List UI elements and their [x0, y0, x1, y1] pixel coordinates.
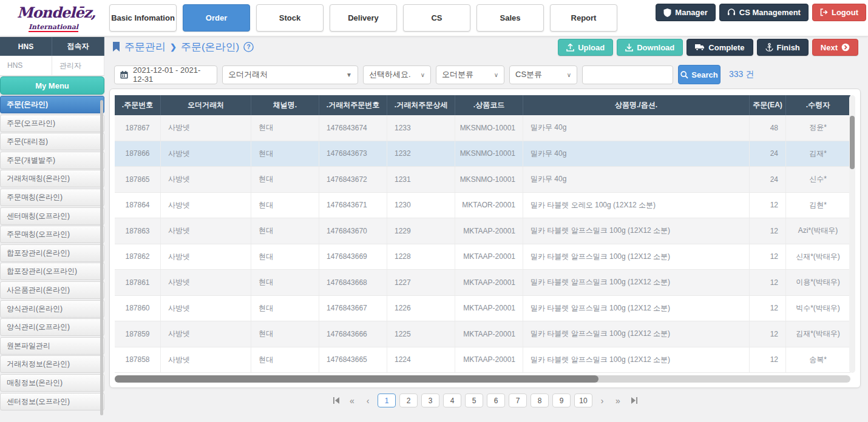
sidebar-item-16[interactable]: 센터정보(오프라인) [0, 393, 104, 410]
headset-icon [727, 8, 736, 16]
finish-button[interactable]: Finish [757, 39, 809, 56]
channel-select[interactable]: 선택하세요. ∨ [363, 65, 431, 84]
tab-sales[interactable]: Sales [476, 4, 544, 32]
column-header-7[interactable]: 주문(EA) [750, 95, 786, 115]
column-header-2[interactable]: 채널명. [251, 95, 319, 115]
column-header-6[interactable]: 상품명./옵션. [523, 95, 750, 115]
manager-button[interactable]: Manager [656, 4, 715, 21]
sidebar-item-14[interactable]: 거래처정보(온라인) [0, 355, 104, 373]
column-header-4[interactable]: .거래처주문상세 [387, 95, 455, 115]
date-range-input[interactable]: 2021-12-01 - 2021-12-31 [114, 65, 217, 84]
sidebar-item-12[interactable]: 양식관리(오프라인) [0, 318, 104, 336]
caret-down-icon: ▼ [346, 72, 352, 78]
table-row[interactable]: 187861사방넷현대14768436681227MKTAAP-20001밀카 … [115, 270, 850, 296]
tab-delivery[interactable]: Delivery [330, 4, 397, 32]
table-row[interactable]: 187862사방넷현대14768436691228MKTAAP-20001밀카 … [115, 244, 850, 270]
tab-cs[interactable]: CS [403, 4, 470, 32]
tab-order[interactable]: Order [183, 4, 250, 32]
table-row[interactable]: 187866사방넷현대14768436731232MKSNMO-10001밀카무… [115, 141, 850, 167]
sidebar-item-11[interactable]: 양식관리(온라인) [0, 300, 104, 318]
sidebar-item-5[interactable]: 주문매칭(온라인) [0, 189, 104, 206]
table-vertical-scrollbar[interactable] [850, 116, 855, 169]
table-horizontal-scrollbar-track [115, 375, 850, 383]
order-class-select[interactable]: 오더분류 ∨ [436, 65, 504, 84]
sidebar-item-1[interactable]: 주문(오프라인) [0, 115, 104, 132]
page-button-1[interactable]: 1 [378, 394, 396, 407]
next-page-icon[interactable]: › [596, 396, 608, 406]
column-header-1[interactable]: 오더거래처 [161, 95, 251, 115]
sidebar-item-7[interactable]: 주문매칭(오프라인) [0, 226, 104, 243]
page-button-5[interactable]: 5 [465, 394, 483, 407]
help-icon[interactable]: ? [243, 42, 254, 52]
cs-management-button[interactable]: CS Management [719, 4, 809, 21]
last-page-icon[interactable] [628, 396, 640, 406]
fast-next-icon[interactable]: » [612, 396, 624, 406]
vendor-select[interactable]: 오더거래처 ▼ [222, 65, 358, 84]
tab-stock[interactable]: Stock [256, 4, 324, 32]
sidebar-item-10[interactable]: 사은품관리(온라인) [0, 281, 104, 299]
table-row[interactable]: 187867사방넷현대14768436741233MKSNMO-10001밀카무… [115, 115, 850, 141]
table-horizontal-scrollbar[interactable] [115, 375, 598, 383]
my-menu-header[interactable]: My Menu [0, 76, 104, 95]
column-header-0[interactable]: .주문번호 [115, 95, 161, 115]
page-button-6[interactable]: 6 [487, 394, 505, 407]
table-cell: 12 [750, 347, 786, 373]
table-row[interactable]: 187863사방넷현대14768436701229MKTAAP-20001밀카 … [115, 218, 850, 244]
page-button-2[interactable]: 2 [399, 394, 418, 407]
column-header-8[interactable]: .수령자 [786, 95, 850, 115]
tab-report[interactable]: Report [550, 4, 617, 32]
keyword-input[interactable] [582, 65, 673, 84]
table-cell: 밀카무 40g [523, 167, 750, 192]
column-header-3[interactable]: .거래처주문번호 [319, 95, 387, 115]
table-cell: 187866 [115, 141, 161, 167]
sidebar-item-8[interactable]: 합포장관리(온라인) [0, 244, 104, 262]
table-cell: 사방넷 [161, 244, 251, 270]
sidebar-item-6[interactable]: 센터매칭(오프라인) [0, 207, 104, 225]
sidebar-scrollbar[interactable] [100, 100, 103, 415]
arrow-circle-right-icon [841, 43, 850, 52]
table-cell: MKTAAP-20001 [455, 270, 523, 295]
page-button-10[interactable]: 10 [574, 394, 592, 407]
table-cell: 현대 [251, 347, 319, 373]
breadcrumb-parent[interactable]: 주문관리 [124, 40, 166, 54]
column-header-5[interactable]: .상품코드 [455, 95, 523, 115]
date-range-value: 2021-12-01 - 2021-12-31 [133, 65, 211, 84]
table-cell: 밀카 타블렛 알프스밀크 100g (12X12 소분) [523, 347, 750, 373]
upload-button[interactable]: Upload [558, 39, 613, 56]
search-button[interactable]: Search [678, 65, 721, 84]
fast-prev-icon[interactable]: « [346, 396, 358, 406]
table-cell: 1476843668 [319, 270, 387, 295]
sidebar-item-9[interactable]: 합포장관리(오프라인) [0, 263, 104, 280]
complete-button[interactable]: Complete [687, 39, 753, 56]
logout-button[interactable]: Logout [812, 4, 866, 21]
breadcrumb: 주문관리 ❯ 주문(온라인) ? [112, 40, 254, 54]
table-row[interactable]: 187859사방넷현대14768436661225MKTAAP-20001밀카 … [115, 321, 850, 347]
table-row[interactable]: 187860사방넷현대14768436671226MKTAAP-20001밀카 … [115, 296, 850, 322]
table-row[interactable]: 187864사방넷현대14768436711230MKTAOR-20001밀카 … [115, 193, 850, 219]
next-button-label: Next [821, 43, 838, 52]
manager-button-label: Manager [675, 8, 707, 17]
page-button-3[interactable]: 3 [421, 394, 439, 407]
prev-page-icon[interactable]: ‹ [362, 396, 374, 406]
next-button[interactable]: Next [812, 39, 858, 56]
table-cell: 현대 [251, 244, 319, 270]
download-button[interactable]: Download [617, 39, 683, 56]
mondelez-logo[interactable]: Mondelēz, International [17, 5, 90, 32]
sidebar-item-3[interactable]: 주문(개별발주) [0, 152, 104, 169]
cs-class-select[interactable]: CS분류 ∨ [509, 65, 577, 84]
table-cell: 1476843669 [319, 244, 387, 270]
tab-basic-infomation[interactable]: Basic Infomation [109, 4, 177, 32]
sidebar-item-13[interactable]: 원본파일관리 [0, 337, 104, 355]
first-page-icon[interactable] [330, 396, 342, 406]
page-button-9[interactable]: 9 [552, 394, 571, 407]
page-button-8[interactable]: 8 [531, 394, 549, 407]
page-button-4[interactable]: 4 [443, 394, 461, 407]
table-cell: 187858 [115, 347, 161, 373]
page-button-7[interactable]: 7 [509, 394, 527, 407]
sidebar-item-0[interactable]: 주문(온라인) [0, 96, 104, 113]
table-row[interactable]: 187865사방넷현대14768436721231MKSNMO-10001밀카무… [115, 167, 850, 193]
sidebar-item-2[interactable]: 주문(대리점) [0, 133, 104, 150]
sidebar-item-15[interactable]: 매칭정보(온라인) [0, 374, 104, 392]
table-row[interactable]: 187858사방넷현대14768436651224MKTAAP-20001밀카 … [115, 347, 850, 373]
sidebar-item-4[interactable]: 거래처매칭(온라인) [0, 170, 104, 187]
